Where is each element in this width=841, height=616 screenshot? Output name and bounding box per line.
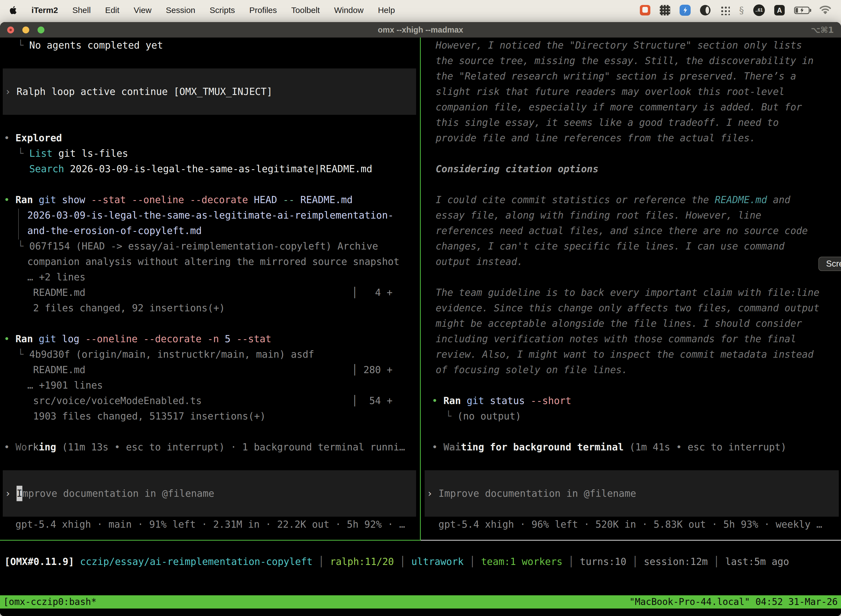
explored-list-line: └List git ls-files — [0, 146, 420, 161]
git-show-wrap-line: 2026-03-09-is-legal-the-same-as-legitima… — [0, 208, 420, 223]
menu-session[interactable]: Session — [166, 6, 195, 15]
working-status-line: •Working (11m 13s • esc to interrupt) · … — [0, 439, 420, 455]
git-show-output-line: └067f154 (HEAD -> essay/ai-reimplementat… — [0, 238, 420, 254]
app-menu-iterm2[interactable]: iTerm2 — [31, 6, 58, 15]
minimize-button[interactable] — [22, 26, 29, 34]
last-activity: last:5m ago — [725, 556, 789, 567]
menu-view[interactable]: View — [134, 6, 151, 15]
menu-help[interactable]: Help — [378, 6, 395, 15]
team-workers: team:1 workers — [481, 556, 563, 567]
menu-bar-status-icons: § ..61 A — [640, 4, 832, 16]
git-log-command: •Ran git log --oneline --decorate -n 5 -… — [0, 331, 420, 347]
git-show-output-line: … +2 lines — [0, 269, 420, 285]
reasoning-paragraph-line: this single essay, it seems like a good … — [421, 115, 841, 130]
git-log-summary-line: 1903 files changed, 513517 insertions(+) — [0, 408, 420, 424]
battery-icon[interactable] — [794, 7, 810, 14]
left-pane[interactable]: └No agents completed yet ›Ralph loop act… — [0, 38, 420, 540]
git-show-summary-line: 2 files changed, 92 insertions(+) — [0, 300, 420, 316]
git-log-output-line: └4b9d30f (origin/main, instructkr/main, … — [0, 347, 420, 362]
reasoning-paragraph-line: output instead. — [421, 254, 841, 269]
tmux-host-clock: "MacBook-Pro-44.local" 04:52 31-Mar-26 — [629, 594, 838, 610]
menu-profiles[interactable]: Profiles — [249, 6, 277, 15]
ralph-inject-box: ›Ralph loop active continue [OMX_TMUX_IN… — [3, 69, 416, 115]
reasoning-paragraph-line: provide file and line references from th… — [421, 130, 841, 146]
menu-window[interactable]: Window — [334, 6, 364, 15]
window-titlebar[interactable]: omx --xhigh --madmax ⌥⌘1 — [0, 22, 841, 38]
close-button[interactable] — [7, 26, 14, 34]
prompt-chevron-icon: › — [427, 486, 433, 501]
reasoning-paragraph-line: I could cite commit statistics or refere… — [421, 192, 841, 208]
tmux-session-name[interactable]: [omx-cczip0:bash* — [3, 594, 97, 610]
omx-mode: ultrawork — [412, 556, 464, 567]
reasoning-paragraph-line: companion file, especially if more comme… — [421, 99, 841, 115]
menu-edit[interactable]: Edit — [105, 6, 119, 15]
blue-bolt-icon[interactable] — [680, 5, 691, 16]
git-show-stat-line: README.md│ 4 + — [0, 285, 420, 300]
reasoning-paragraph-line: references need actual files, and since … — [421, 223, 841, 238]
tmux-status-bar: [omx-cczip0:bash* "MacBook-Pro-44.local"… — [0, 595, 841, 609]
badge-61-icon[interactable]: ..61 — [753, 4, 765, 16]
reasoning-heading: Considering citation options — [421, 161, 841, 177]
git-show-wrap-line: and-the-erosion-of-copyleft.md — [0, 223, 420, 238]
keypad-shield-icon[interactable] — [660, 5, 670, 15]
wifi-icon[interactable] — [819, 4, 832, 16]
ralph-counter: ralph:11/20 — [330, 556, 394, 567]
crescent-icon[interactable] — [700, 5, 711, 15]
terminal[interactable]: └No agents completed yet ›Ralph loop act… — [0, 38, 841, 616]
git-show-command: •Ran git show --stat --oneline --decorat… — [0, 192, 420, 208]
bullet-icon: • — [4, 331, 15, 347]
tree-corner-icon: └ — [445, 411, 451, 422]
traffic-lights — [7, 26, 44, 34]
bullet-icon: • — [4, 439, 15, 455]
omx-version: [OMX#0.11.9] — [4, 556, 74, 567]
bullet-icon: • — [4, 192, 15, 208]
waiting-status-line: •Waiting for background terminal (1m 41s… — [421, 439, 841, 455]
window-shortcut-badge: ⌥⌘1 — [811, 25, 834, 35]
screenshot-app-icon[interactable] — [640, 5, 651, 15]
squiggle-icon[interactable]: § — [739, 5, 744, 16]
menu-toolbelt[interactable]: Toolbelt — [292, 6, 320, 15]
right-pane[interactable]: However, I noticed the "Directory Struct… — [421, 38, 841, 540]
tree-corner-icon: └ — [18, 40, 23, 51]
bullet-icon: • — [4, 130, 15, 146]
reasoning-paragraph-line: changes, I can't cite specific file line… — [421, 238, 841, 254]
reasoning-paragraph-line: slight risk that future readers may over… — [421, 84, 841, 99]
prompt-input-left[interactable]: ›Improve documentation in @filename — [3, 470, 416, 517]
reasoning-paragraph-line: the source tree, missing the essay. Stil… — [421, 53, 841, 69]
tree-corner-icon: └ — [18, 148, 23, 159]
terminal-cursor: I — [16, 486, 22, 501]
reasoning-paragraph-line: essay file, along with finding root file… — [421, 208, 841, 223]
input-source-icon[interactable]: A — [774, 5, 785, 15]
reasoning-paragraph-line: including verification notes with those … — [421, 331, 841, 347]
prompt-chevron-icon: › — [5, 486, 11, 501]
omx-branch-path: cczip/essay/ai-reimplementation-copyleft — [80, 556, 313, 567]
pane-bottom-separator — [0, 540, 841, 541]
prompt-input-right[interactable]: ›Improve documentation in @filename — [425, 470, 839, 517]
explored-search-line: Search 2026-03-09-is-legal-the-same-as-l… — [0, 161, 420, 177]
session-timer: session:12m — [644, 556, 708, 567]
model-status-left: gpt-5.4 xhigh · main · 91% left · 2.31M … — [0, 517, 420, 532]
window-title: omx --xhigh --madmax — [378, 25, 463, 35]
reasoning-paragraph-line: might be acceptable alongside the file l… — [421, 316, 841, 331]
agents-note-line: └No agents completed yet — [0, 38, 420, 53]
reasoning-paragraph-line: evidence. Since this change only affects… — [421, 300, 841, 316]
apple-menu-icon[interactable] — [9, 6, 18, 15]
omx-status-bar: [OMX#0.11.9] cczip/essay/ai-reimplementa… — [0, 541, 841, 595]
reasoning-paragraph-line: The team guideline is to back every impo… — [421, 285, 841, 300]
menu-scripts[interactable]: Scripts — [210, 6, 235, 15]
git-log-output-line: … +1901 lines — [0, 378, 420, 393]
git-log-stat-line: README.md│ 280 + — [0, 362, 420, 378]
git-log-stat-line: src/voice/voiceModeEnabled.ts│ 54 + — [0, 393, 420, 408]
zoom-button[interactable] — [38, 26, 44, 34]
menu-shell[interactable]: Shell — [72, 6, 91, 15]
bullet-icon: • — [432, 439, 443, 455]
menu-bar: iTerm2 Shell Edit View Session Scripts P… — [0, 0, 841, 21]
tree-corner-icon: └ — [18, 241, 23, 252]
explored-header: •Explored — [0, 130, 420, 146]
reasoning-paragraph-line: review. Also, I might want to inspect th… — [421, 347, 841, 362]
bullet-icon: • — [432, 393, 443, 408]
dots-grid-icon[interactable] — [720, 5, 730, 15]
readme-file-reference: README.md — [715, 194, 767, 205]
iterm2-window: omx --xhigh --madmax ⌥⌘1 └No agents comp… — [0, 22, 841, 616]
tree-corner-icon: └ — [18, 349, 23, 360]
